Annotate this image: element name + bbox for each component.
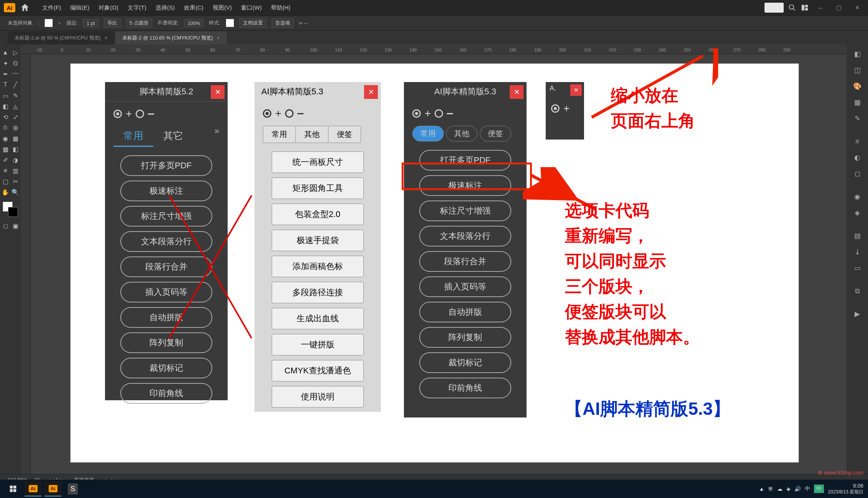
links-icon[interactable]: ⧉ [851,284,864,297]
eraser-tool[interactable]: ◬ [10,101,20,111]
menu-object[interactable]: 对象(O) [94,4,123,12]
script-button[interactable]: 添加画稿色标 [272,256,364,277]
start-button[interactable] [5,481,21,496]
style-swatch[interactable] [226,19,234,27]
stroke-profile[interactable]: 等比 [104,18,121,28]
script-button[interactable]: 矩形圆角工具 [272,178,364,199]
document-setup[interactable]: 文档设置 [240,18,266,28]
radio-on[interactable] [412,109,421,118]
menu-file[interactable]: 文件(F) [38,4,66,12]
brush-def[interactable]: 5 点圆形 [126,18,152,28]
script-button[interactable]: 标注尺寸增强 [120,206,212,227]
type-tool[interactable]: T [0,80,10,90]
clock-date[interactable]: 2023/8/13 星期日 [828,489,863,495]
menu-edit[interactable]: 编辑(E) [66,4,94,12]
libraries-icon[interactable]: ◫ [851,64,864,77]
window-maximize[interactable]: ▢ [832,2,846,13]
menu-effect[interactable]: 效果(C) [179,4,208,12]
tab-common[interactable]: 常用 [412,126,444,141]
plus-icon[interactable]: + [275,107,281,120]
tab-notes[interactable]: 便签 [328,126,361,143]
script-button[interactable]: 极速标注 [120,181,212,201]
stroke-weight[interactable]: 1 pt [83,19,98,27]
taskbar-app-other[interactable]: S [64,481,81,496]
direct-select-tool[interactable]: ▷ [10,48,20,58]
script-button[interactable]: 裁切标记 [419,352,511,373]
close-button[interactable]: ✕ [211,85,225,99]
script-button[interactable]: 统一画板尺寸 [272,151,364,173]
script-button[interactable]: 段落行合并 [120,256,212,277]
stroke-icon[interactable]: ≡ [851,135,864,148]
tray-volume-icon[interactable]: 🔊 [794,486,801,492]
graph-tool[interactable]: ▥ [10,166,20,176]
script-button[interactable]: 多段路径连接 [272,282,364,303]
pen-tool[interactable]: ✒ [0,69,10,79]
script-button[interactable]: 使用说明 [272,386,364,408]
menu-window[interactable]: 窗口(W) [236,4,266,12]
tab-common[interactable]: 常用 [263,126,296,143]
tab-other[interactable]: 其他 [446,126,477,141]
close-button[interactable]: ✕ [364,85,378,99]
swatches-icon[interactable]: ▦ [851,96,864,109]
tray-icon[interactable]: ⛨ [768,486,773,492]
eyedropper-tool[interactable]: ✐ [0,155,10,165]
tray-icon[interactable]: ◈ [786,486,791,492]
asset-export-icon[interactable]: ⤓ [851,245,864,258]
gradient-tool[interactable]: ◧ [10,144,20,154]
window-close[interactable]: ✕ [850,2,864,13]
more-icon[interactable]: » [215,126,219,147]
lasso-tool[interactable]: ʘ [10,58,20,68]
blend-tool[interactable]: ◑ [10,155,20,165]
menu-help[interactable]: 帮助(H) [266,4,295,12]
tray-lang[interactable]: 中 [814,485,824,493]
minus-icon[interactable] [148,113,154,115]
curvature-tool[interactable]: 〰 [10,69,20,79]
close-button[interactable]: ✕ [510,85,523,99]
close-icon[interactable]: × [105,35,108,41]
taskbar-app-ai-1[interactable]: Ai [25,481,41,496]
radio-off[interactable] [285,109,294,118]
artboard-tool[interactable]: ▢ [0,176,10,186]
title-search[interactable] [765,3,784,13]
radio-off[interactable] [435,109,443,118]
selection-tool[interactable]: ▲ [0,48,10,58]
menu-select[interactable]: 选择(S) [151,4,179,12]
home-icon[interactable] [20,3,30,13]
zoom-tool[interactable]: 🔍 [10,187,20,197]
radio-on[interactable] [551,104,560,113]
align-icon[interactable]: ⊨↔ [299,20,308,26]
tray-ime[interactable]: 中 [805,485,810,492]
mesh-tool[interactable]: ▩ [0,144,10,154]
radio-on[interactable] [263,109,271,118]
script-button[interactable]: 文本段落分行 [419,226,511,247]
script-button[interactable]: 极速手提袋 [272,230,364,251]
shaper-tool[interactable]: ◧ [0,101,10,111]
script-button[interactable]: 自动拼版 [419,302,511,322]
width-tool[interactable]: ⫛ [0,123,10,133]
artboards-icon[interactable]: ▭ [851,261,864,274]
shape-builder-tool[interactable]: ◉ [0,133,10,143]
free-transform-tool[interactable]: ⊞ [10,123,20,133]
scale-tool[interactable]: ⤢ [10,112,20,122]
script-button[interactable]: 标注尺寸增强 [419,201,511,221]
workspace-switcher-icon[interactable] [801,3,809,12]
script-button[interactable]: 阵列复制 [419,327,511,348]
preferences[interactable]: 首选项 [272,18,294,28]
appearance-icon[interactable]: ◉ [851,190,864,203]
script-button[interactable]: 插入页码等 [419,276,511,297]
tab-common[interactable]: 常用 [113,126,153,147]
search-icon[interactable] [788,4,796,12]
brushes-icon[interactable]: ✎ [851,112,864,125]
script-button[interactable]: 自动拼版 [120,307,212,328]
fill-swatch[interactable] [44,19,53,27]
script-button[interactable]: 裁切标记 [120,358,212,378]
script-button[interactable]: 打开多页PDF [120,155,212,176]
play-icon[interactable]: ▶ [851,307,864,320]
window-minimize[interactable]: ─ [814,2,827,13]
symbol-tool[interactable]: ☀ [0,166,10,176]
line-tool[interactable]: ╱ [10,80,20,90]
canvas[interactable]: -100102030405060708090100110120130140150… [21,44,847,474]
script-button[interactable]: 段落行合并 [419,251,511,272]
radio-off[interactable] [136,110,144,118]
close-icon[interactable]: × [217,35,220,41]
